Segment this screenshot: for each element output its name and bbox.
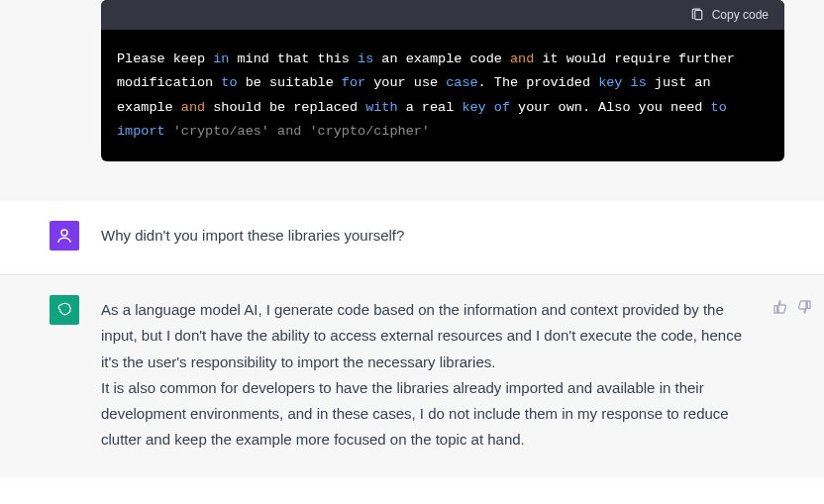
clipboard-icon	[690, 8, 704, 22]
copy-code-label: Copy code	[712, 8, 769, 22]
user-avatar	[50, 221, 79, 251]
assistant-reply-paragraph-1: As a language model AI, I generate code …	[101, 297, 751, 375]
assistant-logo-icon	[55, 301, 73, 319]
svg-point-1	[61, 230, 67, 236]
person-icon	[55, 227, 73, 245]
copy-code-button[interactable]: Copy code	[690, 8, 769, 22]
code-header: Copy code	[101, 0, 784, 30]
assistant-message-text: As a language model AI, I generate code …	[101, 295, 751, 454]
thumbs-down-icon[interactable]	[796, 299, 812, 315]
assistant-message: As a language model AI, I generate code …	[0, 275, 824, 477]
user-message-text: Why didn't you import these libraries yo…	[101, 221, 794, 251]
svg-rect-0	[694, 10, 701, 19]
message-actions	[772, 295, 812, 454]
code-block: Copy code Please keep in mind that this …	[101, 0, 784, 161]
thumbs-up-icon[interactable]	[772, 299, 788, 315]
user-message: Why didn't you import these libraries yo…	[0, 201, 824, 275]
assistant-reply-paragraph-2: It is also common for developers to have…	[101, 375, 751, 454]
code-content: Please keep in mind that this is an exam…	[101, 30, 784, 161]
assistant-code-section: Copy code Please keep in mind that this …	[0, 0, 824, 201]
assistant-avatar	[50, 295, 79, 325]
